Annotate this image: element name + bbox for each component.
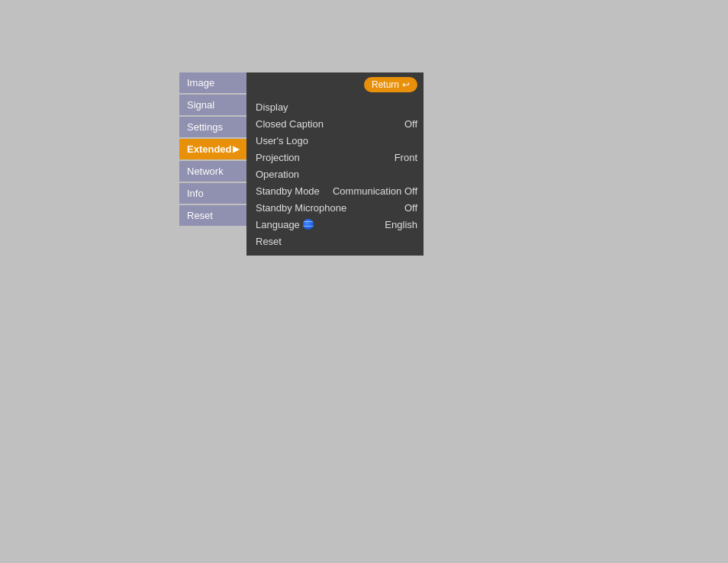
globe-icon-language xyxy=(303,219,314,230)
sidebar: ImageSignalSettingsExtended▶NetworkInfoR… xyxy=(179,72,246,256)
label-text-standby-microphone: Standby Microphone xyxy=(256,202,346,214)
sidebar-item-network[interactable]: Network xyxy=(179,161,246,182)
label-text-projection: Projection xyxy=(256,152,300,163)
sidebar-label-info: Info xyxy=(187,188,204,199)
menu-value-standby-microphone: Off xyxy=(404,202,417,214)
menu-label-reset: Reset xyxy=(256,236,417,247)
menu-row-closed-caption[interactable]: Closed CaptionOff xyxy=(246,115,424,132)
menu-row-projection[interactable]: ProjectionFront xyxy=(246,149,424,166)
sidebar-item-image[interactable]: Image xyxy=(179,72,246,93)
menu-row-users-logo[interactable]: User's Logo xyxy=(246,132,424,149)
menu-label-standby-microphone: Standby Microphone xyxy=(256,202,404,214)
menu-list: DisplayClosed CaptionOffUser's LogoProje… xyxy=(246,98,424,256)
menu-label-standby-mode: Standby Mode xyxy=(256,185,333,197)
menu-label-language: Language xyxy=(256,219,385,230)
sidebar-label-network: Network xyxy=(187,166,224,177)
menu-label-operation: Operation xyxy=(256,169,417,180)
main-menu: ImageSignalSettingsExtended▶NetworkInfoR… xyxy=(179,72,424,256)
sidebar-label-signal: Signal xyxy=(187,99,214,111)
extended-panel: Return ↩ DisplayClosed CaptionOffUser's … xyxy=(246,72,424,256)
menu-row-language[interactable]: LanguageEnglish xyxy=(246,216,424,233)
menu-value-closed-caption: Off xyxy=(404,118,417,130)
sidebar-item-settings[interactable]: Settings xyxy=(179,117,246,137)
sidebar-label-extended: Extended xyxy=(187,143,232,155)
label-text-language: Language xyxy=(256,219,300,230)
sidebar-item-reset[interactable]: Reset xyxy=(179,205,246,226)
menu-value-standby-mode: Communication Off xyxy=(333,185,417,197)
sidebar-label-image: Image xyxy=(187,77,214,88)
sidebar-item-info[interactable]: Info xyxy=(179,183,246,204)
menu-row-standby-mode[interactable]: Standby ModeCommunication Off xyxy=(246,182,424,199)
label-text-display: Display xyxy=(256,101,288,113)
sidebar-item-signal[interactable]: Signal xyxy=(179,95,246,115)
label-text-standby-mode: Standby Mode xyxy=(256,185,320,197)
label-text-operation: Operation xyxy=(256,169,299,180)
menu-label-projection: Projection xyxy=(256,152,395,163)
label-text-reset: Reset xyxy=(256,236,282,247)
sidebar-arrow-extended: ▶ xyxy=(233,144,239,154)
sidebar-label-settings: Settings xyxy=(187,121,223,133)
menu-row-standby-microphone[interactable]: Standby MicrophoneOff xyxy=(246,199,424,216)
label-text-closed-caption: Closed Caption xyxy=(256,118,324,130)
menu-value-language: English xyxy=(385,219,417,230)
menu-label-closed-caption: Closed Caption xyxy=(256,118,404,130)
label-text-users-logo: User's Logo xyxy=(256,135,308,146)
return-arrow-icon: ↩ xyxy=(402,79,410,90)
return-button[interactable]: Return ↩ xyxy=(364,77,417,92)
menu-row-operation[interactable]: Operation xyxy=(246,166,424,182)
sidebar-item-extended[interactable]: Extended▶ xyxy=(179,139,246,159)
return-label: Return xyxy=(372,79,399,90)
menu-label-display: Display xyxy=(256,101,417,113)
menu-value-projection: Front xyxy=(395,152,417,163)
menu-row-reset[interactable]: Reset xyxy=(246,233,424,249)
menu-row-display[interactable]: Display xyxy=(246,98,424,115)
menu-label-users-logo: User's Logo xyxy=(256,135,417,146)
sidebar-label-reset: Reset xyxy=(187,210,213,221)
